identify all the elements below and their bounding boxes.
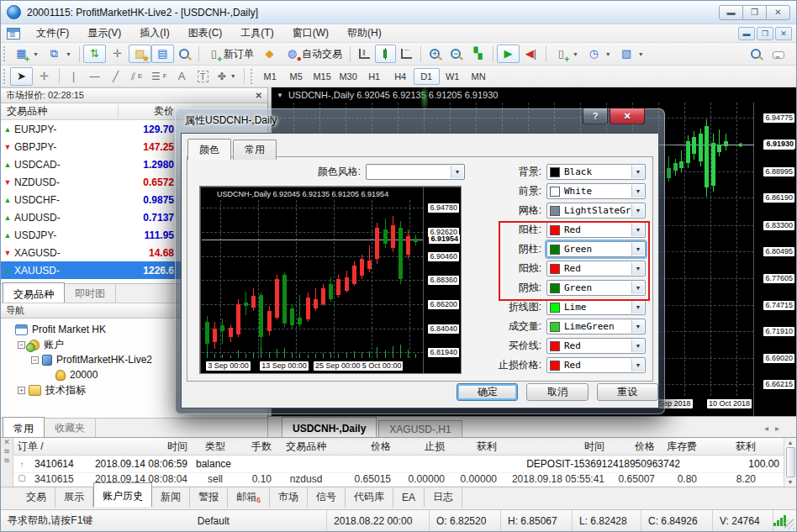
templates-button[interactable]: ▧▼ [615, 45, 648, 63]
color-select[interactable]: LimeGreen▼ [546, 319, 646, 334]
vertical-line-button[interactable]: | [63, 67, 84, 86]
crosshair-tool-button[interactable]: ✛ [33, 67, 55, 86]
terminal-column-header[interactable]: 库存费 [659, 440, 701, 454]
periods-button[interactable]: ◷▼ [583, 45, 615, 63]
dialog-tab-0[interactable]: 颜色 [187, 139, 231, 160]
zoom-in-button[interactable]: + [425, 45, 446, 63]
combo-arrow-icon[interactable]: ▼ [631, 185, 644, 198]
terminal-tab-10[interactable]: 日志 [425, 487, 462, 508]
fibonacci-button[interactable]: ☰F [147, 67, 172, 86]
timeframe-button-m1[interactable]: M1 [257, 68, 283, 85]
combo-arrow-icon[interactable]: ▼ [631, 243, 644, 255]
reset-button[interactable]: 重设 [597, 383, 658, 401]
terminal-column-header[interactable]: 获利 [449, 440, 501, 454]
combo-arrow-icon[interactable]: ▼ [631, 224, 644, 236]
timeframe-button-m30[interactable]: M30 [335, 68, 362, 85]
terminal-tab-1[interactable]: 展示 [55, 487, 93, 508]
terminal-tab-5[interactable]: 邮箱6 [228, 487, 270, 508]
collapse-icon[interactable]: − [18, 341, 25, 349]
dialog-close-button[interactable]: ✕ [610, 108, 645, 124]
terminal-column-header[interactable]: 手数 [239, 440, 276, 454]
terminal-tab-2[interactable]: 账户历史 [93, 482, 152, 507]
terminal-column-header[interactable]: 价格 [336, 440, 395, 454]
combo-arrow-icon[interactable]: ▼ [631, 262, 644, 275]
navigator-toggle-button[interactable]: ▨★ [129, 45, 151, 63]
bar-chart-button[interactable]: ‖ [354, 45, 375, 63]
timeframe-button-mn[interactable]: MN [466, 68, 492, 85]
terminal-tab-9[interactable]: EA [393, 488, 425, 507]
terminal-tab-8[interactable]: 代码库 [346, 487, 393, 508]
zoom-out-button[interactable]: − [446, 45, 467, 63]
symbol-column-header[interactable]: 交易品种 [1, 104, 119, 119]
market-watch-tab-0[interactable]: 交易品种 [3, 282, 65, 303]
combo-arrow-icon[interactable]: ▼ [631, 340, 644, 352]
auto-trading-button[interactable]: ◍●自动交易 [281, 45, 346, 63]
expand-icon[interactable]: + [18, 387, 25, 394]
menu-item[interactable]: 文件(F) [27, 24, 78, 43]
terminal-column-header[interactable]: 获利 [701, 440, 760, 454]
color-select[interactable]: Green▼ [546, 241, 646, 257]
scroll-up-icon[interactable]: ▲ [788, 440, 794, 445]
collapse-icon[interactable]: − [31, 356, 39, 364]
resize-gripper[interactable] [784, 519, 794, 529]
terminal-scrollbar[interactable]: ▲▼ [784, 438, 796, 487]
channel-button[interactable]: ⫽E [126, 67, 147, 86]
color-select[interactable]: Red▼ [546, 222, 646, 238]
combo-arrow-icon[interactable]: ▼ [631, 359, 644, 371]
menu-item[interactable]: 帮助(H) [338, 24, 391, 43]
color-select[interactable]: LightSlateGr▼ [546, 203, 646, 219]
color-select[interactable]: Red▼ [546, 338, 646, 354]
timeframe-button-h1[interactable]: H1 [362, 68, 388, 85]
new-chart-button[interactable]: ▦＋▼ [10, 45, 43, 63]
history-row-balance[interactable]: ↑34106142018.09.14 08:06:59balanceDEPOSI… [13, 456, 784, 473]
horizontal-line-button[interactable]: — [84, 67, 105, 86]
combo-arrow-icon[interactable]: ▼ [631, 320, 644, 333]
arrows-button[interactable]: ✤▼ [214, 67, 240, 86]
indicators-button[interactable]: ▯＋▼ [550, 45, 583, 63]
timeframe-button-w1[interactable]: W1 [440, 68, 466, 85]
menu-item[interactable]: 显示(V) [78, 24, 130, 43]
timeframe-button-h4[interactable]: H4 [388, 68, 414, 85]
ok-button[interactable]: 确定 [457, 383, 518, 401]
timeframe-button-m5[interactable]: M5 [283, 68, 309, 85]
auto-scroll-button[interactable]: ▶ [497, 45, 520, 63]
menu-item[interactable]: 图表(C) [179, 24, 232, 43]
text-button[interactable]: A [172, 67, 193, 86]
terminal-column-header[interactable]: 时间 [501, 440, 609, 454]
terminal-tab-4[interactable]: 警报 [190, 487, 228, 508]
metaeditor-button[interactable]: ◆ [258, 45, 281, 63]
terminal-toggle-button[interactable]: ▤ [151, 45, 174, 63]
terminal-tab-3[interactable]: 新闻 [152, 487, 190, 508]
terminal-column-header[interactable]: 订单 / [13, 440, 84, 454]
terminal-column-header[interactable]: 交易品种 [276, 440, 336, 454]
menu-item[interactable]: 插入(I) [130, 24, 178, 43]
maximize-button[interactable]: ❐ [742, 5, 767, 20]
color-select[interactable]: Black▼ [546, 164, 646, 180]
chart-shift-button[interactable]: ◀| [520, 45, 542, 63]
color-select[interactable]: Red▼ [546, 261, 646, 277]
profiles-button[interactable]: ⧉▼ [43, 45, 76, 63]
dialog-help-button[interactable]: ? [583, 108, 608, 124]
timeframe-button-m15[interactable]: M15 [309, 68, 335, 85]
terminal-tab-7[interactable]: 信号 [308, 487, 346, 508]
chart-scroll-arrows[interactable]: ◂▸ [764, 424, 786, 433]
status-profile[interactable]: Default [191, 510, 327, 531]
cancel-button[interactable]: 取消 [526, 383, 588, 401]
color-select[interactable]: Lime▼ [546, 299, 646, 315]
terminal-column-header[interactable]: 时间 [84, 440, 192, 454]
navigator-tab-1[interactable]: 收藏夹 [45, 419, 96, 437]
terminal-tab-0[interactable]: 交易 [18, 487, 55, 508]
market-watch-close-icon[interactable]: ✕ [256, 91, 262, 100]
text-label-button[interactable]: T [193, 67, 214, 86]
terminal-tab-6[interactable]: 市场 [270, 487, 308, 508]
chat-icon[interactable] [773, 51, 784, 59]
data-window-button[interactable]: ✛ [106, 45, 129, 63]
new-order-button[interactable]: ▯＋新订单 [203, 45, 258, 63]
chart-tab-1[interactable]: XAGUSD-,H1 [378, 420, 462, 437]
scroll-down-icon[interactable]: ▼ [788, 479, 794, 485]
scroll-thumb[interactable] [786, 447, 795, 477]
line-chart-button[interactable]: ⌒ [396, 45, 417, 63]
child-minimize-button[interactable]: ▬ [738, 27, 755, 40]
dialog-tab-1[interactable]: 常用 [233, 140, 277, 160]
combo-arrow-icon[interactable]: ▼ [631, 204, 644, 217]
